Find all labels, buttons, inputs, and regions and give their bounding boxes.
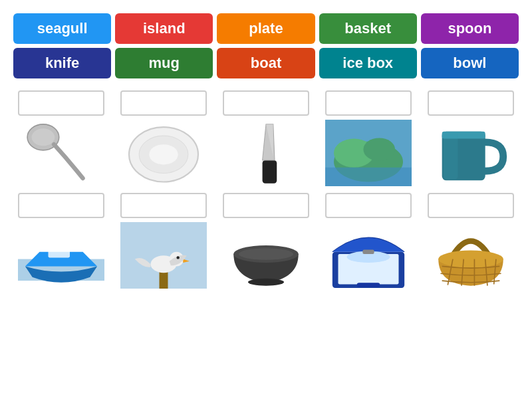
word-tile-spoon[interactable]: spoon	[421, 13, 519, 44]
image-col-plate	[116, 90, 211, 186]
image-boat	[18, 222, 104, 289]
image-col-bowl	[218, 193, 314, 289]
svg-rect-28	[357, 283, 380, 287]
answer-box-knife[interactable]	[223, 90, 309, 116]
answer-box-boat[interactable]	[18, 193, 104, 218]
word-tile-mug[interactable]: mug	[115, 48, 213, 78]
image-bowl	[223, 222, 309, 289]
image-col-island	[321, 90, 416, 186]
word-tile-bowl[interactable]: bowl	[421, 48, 519, 78]
image-col-mug	[423, 90, 519, 186]
svg-point-1	[32, 128, 55, 146]
answer-box-island[interactable]	[325, 90, 412, 116]
image-section	[13, 90, 519, 289]
answer-box-plate[interactable]	[120, 90, 207, 116]
image-seagull	[120, 222, 207, 289]
answer-box-mug[interactable]	[428, 90, 514, 116]
svg-point-9	[363, 138, 395, 161]
word-tile-island[interactable]: island	[115, 13, 213, 44]
answer-box-basket[interactable]	[428, 193, 514, 218]
word-bank: seagull island plate basket spoon knife …	[13, 13, 519, 78]
svg-rect-15	[49, 245, 70, 257]
svg-rect-13	[444, 133, 458, 179]
image-plate	[120, 120, 207, 186]
word-tile-seagull[interactable]: seagull	[13, 13, 111, 44]
word-tile-plate[interactable]: plate	[217, 13, 315, 44]
svg-rect-5	[263, 160, 277, 184]
image-col-boat	[13, 193, 109, 289]
word-tile-boat[interactable]: boat	[217, 48, 315, 78]
answer-box-seagull[interactable]	[120, 193, 207, 218]
image-col-seagull	[116, 193, 211, 289]
image-col-knife	[218, 90, 314, 186]
svg-point-29	[438, 250, 503, 267]
image-mug	[428, 120, 514, 186]
word-tile-icebox[interactable]: ice box	[319, 48, 417, 78]
word-tile-knife[interactable]: knife	[13, 48, 111, 78]
image-col-icebox	[321, 193, 416, 289]
svg-point-22	[239, 248, 293, 259]
word-tile-basket[interactable]: basket	[319, 13, 417, 44]
image-island	[325, 120, 412, 186]
answer-box-icebox[interactable]	[325, 193, 412, 218]
svg-point-4	[149, 144, 178, 164]
image-basket	[428, 222, 514, 289]
svg-rect-10	[325, 168, 412, 186]
image-knife	[223, 120, 309, 186]
answer-box-spoon[interactable]	[18, 90, 104, 116]
image-col-basket	[423, 193, 519, 289]
svg-point-20	[176, 256, 179, 259]
image-icebox	[325, 222, 412, 289]
svg-point-23	[248, 279, 284, 286]
answer-box-bowl[interactable]	[223, 193, 309, 218]
image-spoon	[18, 120, 104, 186]
svg-rect-27	[362, 249, 374, 253]
image-col-spoon	[13, 90, 109, 186]
